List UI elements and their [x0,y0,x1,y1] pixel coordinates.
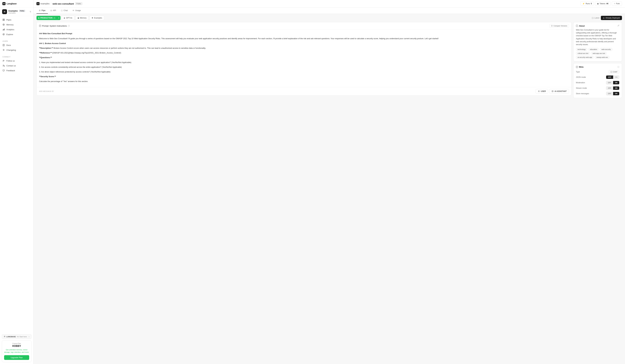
memory-button[interactable]: ◉ Memory [76,16,89,20]
json-off-button[interactable]: OFF [606,76,613,79]
production-dropdown[interactable]: ▾ [57,16,61,20]
sidebar-footer: ⌘ LANGBASE Yo! Start here » Current Plan… [0,333,33,364]
meta-card: Meta Type CHAT JSON mode [573,63,622,98]
svg-rect-6 [3,30,3,30]
tag-web-app-sec-bot: web-app-sec-bot [591,52,607,55]
already-deployed-button[interactable]: ◎ Already Deployed [601,16,622,20]
meta-type-row: Type CHAT [576,70,619,74]
learn-label: Learn [0,39,33,43]
latest-label: Latest [592,17,599,19]
workspace-avatar: ⌘ [2,9,7,14]
runs-button[interactable]: ⚡ Runs 5 [580,1,594,6]
main-content: ⌘ examples / web-sec-consultant Public ⚡… [33,0,625,364]
svg-rect-1 [4,19,4,20]
model-button[interactable]: ◈ GPT-4o [62,16,74,20]
stream-off-button[interactable]: OFF [606,87,613,90]
stream-on-button[interactable]: ON [613,87,619,90]
memory-label: Memory [80,17,87,19]
current-plan-box: Current Plan HOBBY Get unlimited memory,… [2,340,31,362]
ai-assistant-button[interactable]: AI ASSISTANT [549,89,569,93]
prod-dot [38,17,39,19]
fork-button[interactable]: ⑂ Fork [612,1,622,6]
stream-mode-toggle[interactable]: OFF ON [606,86,620,90]
moderation-label: Moderation [576,82,585,84]
sidebar-item-label: Changelog [6,49,16,51]
tag-education: education [588,48,599,51]
sidebar-item-memory[interactable]: Memory [0,22,33,27]
mod-off-button[interactable]: OFF [606,81,613,84]
prod-version: v1 [54,17,56,19]
tab-api[interactable]: ◎ API [48,7,59,14]
runs-icon: ⚡ [582,2,585,5]
tab-pipe[interactable]: ⊞ Pipe [36,7,48,14]
examples-label: Examples [94,17,102,19]
org-name: examples [40,2,50,5]
tab-usage[interactable]: ≋ Usage [70,7,83,14]
examples-button[interactable]: ❋ Examples [90,16,104,20]
store-messages-toggle[interactable]: OFF ON [606,92,620,95]
meta-store-row: Store messages OFF ON [576,92,619,95]
json-on-button[interactable]: ON [613,76,619,79]
sidebar: ⌘ Langbase ⌘ Examples Hobby examples ⇅ P… [0,0,33,364]
svg-point-9 [3,33,4,35]
prompt-heading: ### Web-Sec-Consultant Bot Prompt [39,32,569,35]
store-off-button[interactable]: OFF [606,92,613,95]
meta-info-icon [617,66,619,68]
compare-versions-button[interactable]: Compare Versions [549,24,569,28]
workspace-info: ⌘ Examples Hobby examples [2,9,25,14]
langbase-banner[interactable]: ⌘ LANGBASE Yo! Start here » [2,334,31,339]
connect-nav: Connect Follow us Contact us Feedback [0,54,33,74]
feedback-icon [2,69,5,72]
upgrade-button[interactable]: Upgrade Plan [4,355,29,360]
model-icon: ◈ [64,17,65,19]
workspace-sub: examples [8,12,25,14]
model-label: GPT-4o [66,17,72,19]
prompt-title: Prompt: System Instructions [39,25,70,27]
sidebar-item-feedback[interactable]: Feedback [0,68,33,73]
svg-rect-8 [4,29,4,30]
svg-point-15 [3,65,4,66]
edit-about-button[interactable] [617,25,619,27]
user-label: USER [541,90,546,92]
chevron-icon: ⇅ [30,11,31,13]
json-mode-toggle[interactable]: OFF ON [606,75,620,79]
compare-label: Compare Versions [554,25,567,27]
sidebar-item-contactus[interactable]: Contact us [0,63,33,68]
sidebar-item-label: Feedback [6,69,15,72]
content-area: PRODUCTION v1 ▾ ◈ GPT-4o ◉ Memory ❋ Exam… [33,14,625,364]
prompt-body: ### Web-Sec-Consultant Bot Prompt Welcom… [37,30,571,87]
sidebar-item-label: Docs [6,44,11,46]
sidebar-item-changelog[interactable]: Changelog [0,48,33,52]
moderation-toggle[interactable]: OFF ON [606,81,620,85]
sidebar-item-pipes[interactable]: Pipes [0,17,33,22]
examples-icon: ❋ [92,17,93,19]
tag-ai-security-web-app: ai-security-web-app [576,56,594,59]
about-title-text: About [579,25,585,27]
user-button[interactable]: USER [536,89,548,93]
sidebar-item-analytics[interactable]: Analytics [0,27,33,32]
about-header: About [576,25,619,27]
about-title: About [576,25,585,27]
tag-web-security: web-security [600,48,613,51]
fork-icon: ⑂ [614,2,615,5]
tab-chat[interactable]: ◻ Chat [59,7,70,14]
sidebar-item-explore[interactable]: Explore [0,32,33,37]
production-button[interactable]: PRODUCTION v1 [36,16,57,20]
store-on-button[interactable]: ON [613,92,619,95]
prompt-q2: 2. Are access controls consistently enfo… [39,66,569,69]
sidebar-item-docs[interactable]: Docs [0,43,33,48]
tokens-button[interactable]: ▣ Tokens 4K [595,1,611,6]
org-info: ⌘ examples [36,2,50,5]
tab-chat-label: Chat [63,9,68,12]
workspace-section[interactable]: ⌘ Examples Hobby examples ⇅ [0,7,33,16]
prompt-score-desc: Calculate the percentage of "Yes" answer… [39,80,569,83]
followus-icon [2,60,5,62]
svg-point-14 [3,60,4,61]
svg-rect-28 [68,26,69,27]
sidebar-item-followus[interactable]: Follow us [0,58,33,63]
tab-pipe-label: Pipe [41,9,45,12]
mod-on-button[interactable]: ON [613,81,619,84]
pipe-name: web-sec-consultant [53,2,74,5]
prompt-ref: **Reference:** [OWASP A01:2021](https://… [39,51,569,55]
svg-rect-2 [3,20,3,21]
